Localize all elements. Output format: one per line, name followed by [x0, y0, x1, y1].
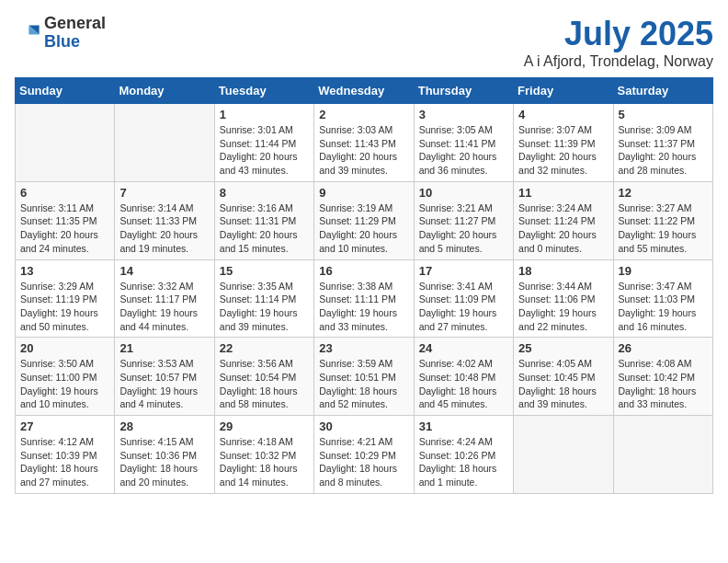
day-info: Sunrise: 3:56 AM Sunset: 10:54 PM Daylig…: [220, 357, 309, 411]
day-number: 25: [518, 341, 608, 355]
title-block: July 2025 A i Afjord, Trondelag, Norway: [524, 15, 713, 70]
day-info: Sunrise: 3:16 AM Sunset: 11:31 PM Daylig…: [220, 201, 309, 256]
day-info: Sunrise: 3:53 AM Sunset: 10:57 PM Daylig…: [119, 357, 209, 411]
day-info: Sunrise: 3:19 AM Sunset: 11:29 PM Daylig…: [319, 201, 408, 256]
day-number: 17: [419, 264, 508, 278]
calendar-cell: 9Sunrise: 3:19 AM Sunset: 11:29 PM Dayli…: [314, 181, 414, 259]
day-number: 4: [518, 108, 608, 121]
day-number: 9: [319, 186, 408, 200]
day-number: 10: [419, 186, 508, 200]
day-number: 28: [119, 419, 209, 433]
calendar-cell: 26Sunrise: 4:08 AM Sunset: 10:42 PM Dayl…: [613, 338, 712, 416]
day-number: 13: [20, 264, 109, 278]
day-info: Sunrise: 4:12 AM Sunset: 10:39 PM Daylig…: [20, 435, 109, 489]
day-number: 18: [518, 264, 608, 278]
day-number: 6: [20, 186, 109, 200]
page-header: General Blue July 2025 A i Afjord, Trond…: [15, 15, 713, 70]
calendar-header-row: SundayMondayTuesdayWednesdayThursdayFrid…: [16, 78, 713, 104]
location-title: A i Afjord, Trondelag, Norway: [524, 53, 713, 70]
day-info: Sunrise: 3:32 AM Sunset: 11:17 PM Daylig…: [119, 280, 209, 334]
calendar-cell: 15Sunrise: 3:35 AM Sunset: 11:14 PM Dayl…: [214, 259, 313, 338]
calendar-cell: 23Sunrise: 3:59 AM Sunset: 10:51 PM Dayl…: [314, 338, 414, 416]
logo-text: General Blue: [44, 15, 106, 52]
calendar-cell: 24Sunrise: 4:02 AM Sunset: 10:48 PM Dayl…: [414, 338, 513, 416]
calendar-header-tuesday: Tuesday: [214, 78, 313, 104]
day-number: 12: [619, 186, 708, 200]
calendar-week-2: 6Sunrise: 3:11 AM Sunset: 11:35 PM Dayli…: [16, 181, 713, 259]
calendar-cell: 13Sunrise: 3:29 AM Sunset: 11:19 PM Dayl…: [16, 259, 115, 338]
calendar-cell: 19Sunrise: 3:47 AM Sunset: 11:03 PM Dayl…: [613, 259, 712, 338]
day-info: Sunrise: 3:07 AM Sunset: 11:39 PM Daylig…: [518, 123, 608, 178]
day-info: Sunrise: 3:21 AM Sunset: 11:27 PM Daylig…: [419, 201, 508, 256]
day-number: 1: [220, 108, 309, 121]
day-info: Sunrise: 3:05 AM Sunset: 11:41 PM Daylig…: [419, 123, 508, 178]
calendar-cell: 8Sunrise: 3:16 AM Sunset: 11:31 PM Dayli…: [214, 181, 313, 259]
calendar-cell: 30Sunrise: 4:21 AM Sunset: 10:29 PM Dayl…: [314, 416, 414, 494]
day-number: 14: [119, 264, 209, 278]
calendar-week-4: 20Sunrise: 3:50 AM Sunset: 11:00 PM Dayl…: [16, 338, 713, 416]
calendar-cell: 1Sunrise: 3:01 AM Sunset: 11:44 PM Dayli…: [214, 104, 313, 182]
calendar-cell: 5Sunrise: 3:09 AM Sunset: 11:37 PM Dayli…: [613, 104, 712, 182]
calendar-header-wednesday: Wednesday: [314, 78, 414, 104]
day-number: 27: [20, 419, 109, 433]
calendar-week-5: 27Sunrise: 4:12 AM Sunset: 10:39 PM Dayl…: [16, 416, 713, 494]
day-number: 8: [220, 186, 309, 200]
calendar-cell: 29Sunrise: 4:18 AM Sunset: 10:32 PM Dayl…: [214, 416, 313, 494]
day-number: 7: [119, 186, 209, 200]
day-number: 31: [419, 419, 508, 433]
day-number: 26: [619, 341, 708, 355]
calendar-header-saturday: Saturday: [613, 78, 712, 104]
calendar-cell: 25Sunrise: 4:05 AM Sunset: 10:45 PM Dayl…: [514, 338, 613, 416]
calendar-cell: 21Sunrise: 3:53 AM Sunset: 10:57 PM Dayl…: [115, 338, 214, 416]
calendar-week-1: 1Sunrise: 3:01 AM Sunset: 11:44 PM Dayli…: [16, 104, 713, 182]
day-info: Sunrise: 3:50 AM Sunset: 11:00 PM Daylig…: [20, 357, 109, 411]
calendar-cell: 14Sunrise: 3:32 AM Sunset: 11:17 PM Dayl…: [115, 259, 214, 338]
calendar-cell: 31Sunrise: 4:24 AM Sunset: 10:26 PM Dayl…: [414, 416, 513, 494]
calendar-cell: 12Sunrise: 3:27 AM Sunset: 11:22 PM Dayl…: [613, 181, 712, 259]
day-info: Sunrise: 4:18 AM Sunset: 10:32 PM Daylig…: [220, 435, 309, 489]
calendar-header-thursday: Thursday: [414, 78, 513, 104]
day-info: Sunrise: 3:11 AM Sunset: 11:35 PM Daylig…: [20, 201, 109, 256]
calendar-cell: 20Sunrise: 3:50 AM Sunset: 11:00 PM Dayl…: [16, 338, 115, 416]
calendar-cell: [613, 416, 712, 494]
day-info: Sunrise: 3:47 AM Sunset: 11:03 PM Daylig…: [619, 280, 708, 334]
day-number: 19: [619, 264, 708, 278]
calendar-cell: 4Sunrise: 3:07 AM Sunset: 11:39 PM Dayli…: [514, 104, 613, 182]
day-number: 5: [619, 108, 708, 121]
calendar-cell: 17Sunrise: 3:41 AM Sunset: 11:09 PM Dayl…: [414, 259, 513, 338]
calendar-cell: [115, 104, 214, 182]
calendar-cell: 16Sunrise: 3:38 AM Sunset: 11:11 PM Dayl…: [314, 259, 414, 338]
day-info: Sunrise: 4:02 AM Sunset: 10:48 PM Daylig…: [419, 357, 508, 411]
day-number: 23: [319, 341, 408, 355]
day-number: 29: [220, 419, 309, 433]
logo-icon: [15, 20, 40, 46]
day-info: Sunrise: 4:05 AM Sunset: 10:45 PM Daylig…: [518, 357, 608, 411]
day-number: 21: [119, 341, 209, 355]
calendar-header-monday: Monday: [115, 78, 214, 104]
calendar-cell: 27Sunrise: 4:12 AM Sunset: 10:39 PM Dayl…: [16, 416, 115, 494]
calendar-cell: [514, 416, 613, 494]
day-info: Sunrise: 3:24 AM Sunset: 11:24 PM Daylig…: [518, 201, 608, 256]
day-info: Sunrise: 3:14 AM Sunset: 11:33 PM Daylig…: [119, 201, 209, 256]
day-number: 15: [220, 264, 309, 278]
day-info: Sunrise: 3:27 AM Sunset: 11:22 PM Daylig…: [619, 201, 708, 256]
day-info: Sunrise: 3:41 AM Sunset: 11:09 PM Daylig…: [419, 280, 508, 334]
day-number: 20: [20, 341, 109, 355]
day-info: Sunrise: 3:35 AM Sunset: 11:14 PM Daylig…: [220, 280, 309, 334]
calendar-cell: 11Sunrise: 3:24 AM Sunset: 11:24 PM Dayl…: [514, 181, 613, 259]
day-number: 3: [419, 108, 508, 121]
calendar-cell: 22Sunrise: 3:56 AM Sunset: 10:54 PM Dayl…: [214, 338, 313, 416]
calendar-cell: 10Sunrise: 3:21 AM Sunset: 11:27 PM Dayl…: [414, 181, 513, 259]
calendar-cell: 3Sunrise: 3:05 AM Sunset: 11:41 PM Dayli…: [414, 104, 513, 182]
calendar-week-3: 13Sunrise: 3:29 AM Sunset: 11:19 PM Dayl…: [16, 259, 713, 338]
day-info: Sunrise: 3:38 AM Sunset: 11:11 PM Daylig…: [319, 280, 408, 334]
day-info: Sunrise: 4:15 AM Sunset: 10:36 PM Daylig…: [119, 435, 209, 489]
calendar-cell: [16, 104, 115, 182]
day-info: Sunrise: 3:03 AM Sunset: 11:43 PM Daylig…: [319, 123, 408, 178]
day-number: 11: [518, 186, 608, 200]
calendar-header-sunday: Sunday: [16, 78, 115, 104]
calendar-cell: 6Sunrise: 3:11 AM Sunset: 11:35 PM Dayli…: [16, 181, 115, 259]
day-number: 2: [319, 108, 408, 121]
logo: General Blue: [15, 15, 106, 52]
day-number: 30: [319, 419, 408, 433]
